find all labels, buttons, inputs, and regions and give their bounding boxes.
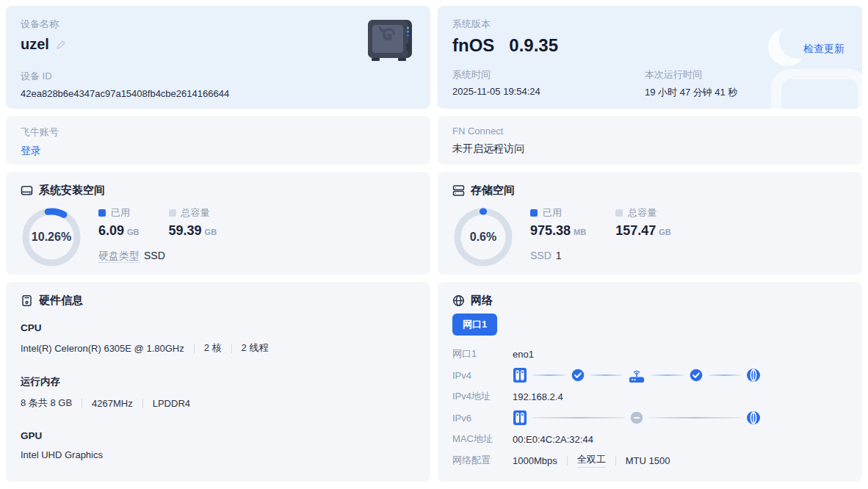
login-link[interactable]: 登录 — [21, 145, 41, 158]
total-label: 总容量 — [181, 206, 210, 220]
used-label: 已用 — [111, 206, 130, 220]
link-line — [648, 417, 741, 419]
device-card: 设备名称 uzel 设备 ID 42ea828b6e4347ac97a15408… — [6, 6, 430, 109]
hard-drive-icon — [21, 184, 33, 197]
memory-type: LPDDR4 — [153, 398, 190, 409]
used-legend: 已用 6.09GB — [98, 206, 140, 239]
ipv4-address-label: IPv4地址 — [452, 390, 513, 403]
system-space-donut: 10.26% — [21, 206, 82, 268]
fn-connect-status: 未开启远程访问 — [452, 142, 847, 156]
os-name: fnOS — [452, 35, 494, 56]
disk-type-label: 硬盘类型 — [98, 250, 140, 263]
edit-icon[interactable] — [56, 40, 66, 50]
device-id-label: 设备 ID — [21, 70, 416, 83]
storage-space-card: 存储空间 0.6% 已用 975.38MB 总容量 157.4 — [438, 172, 862, 275]
used-unit: MB — [574, 228, 586, 236]
total-legend: 总容量 59.39GB — [169, 206, 217, 239]
nas-device-icon — [366, 19, 414, 62]
memory-label: 运行内存 — [21, 375, 416, 388]
cpu-cores: 2 核 — [204, 341, 222, 355]
cpu-model: Intel(R) Celeron(R) 6305E @ 1.80GHz — [21, 343, 184, 354]
storage-space-donut: 0.6% — [452, 206, 514, 268]
used-value: 6.09 — [98, 223, 124, 238]
cpu-label: CPU — [21, 322, 416, 333]
mac-address-label: MAC地址 — [452, 432, 513, 446]
internet-globe-icon — [746, 368, 761, 383]
uptime-label: 本次运行时间 — [645, 68, 737, 82]
pc-case-icon — [21, 294, 33, 307]
memory-sticks: 8 条共 8 GB — [21, 396, 72, 410]
total-swatch — [615, 209, 623, 217]
link-line — [651, 374, 684, 376]
minus-circle-icon — [630, 411, 643, 424]
ipv4-label: IPv4 — [452, 370, 513, 381]
mtu: MTU 1500 — [626, 455, 670, 466]
fn-account-label: 飞牛账号 — [21, 126, 416, 139]
storage-space-title: 存储空间 — [471, 184, 515, 198]
router-icon — [628, 368, 645, 383]
port-value: eno1 — [513, 349, 534, 360]
system-time: 2025-11-05 19:54:24 — [452, 86, 645, 97]
mac-address: 00:E0:4C:2A:32:44 — [513, 434, 593, 445]
disk-type-value: SSD — [144, 250, 165, 261]
divider — [82, 399, 82, 408]
uptime: 19 小时 47 分钟 41 秒 — [645, 86, 737, 99]
cpu-threads: 2 线程 — [242, 341, 269, 355]
fn-account-card: 飞牛账号 登录 — [6, 116, 430, 164]
fn-connect-card: FN Connect 未开启远程访问 — [438, 116, 862, 164]
link-line — [590, 374, 623, 376]
hardware-card: 硬件信息 CPU Intel(R) Celeron(R) 6305E @ 1.8… — [6, 282, 430, 482]
hardware-title: 硬件信息 — [39, 294, 83, 308]
divider — [615, 456, 616, 466]
used-swatch — [98, 209, 106, 217]
ipv6-label: IPv6 — [452, 413, 513, 424]
total-unit: GB — [659, 228, 671, 236]
used-legend: 已用 975.38MB — [530, 206, 586, 239]
tab-port1[interactable]: 网口1 — [452, 314, 497, 336]
ipv4-address: 192.168.2.4 — [513, 391, 563, 402]
device-name: uzel — [21, 36, 49, 53]
total-label: 总容量 — [628, 206, 657, 220]
ssd-label: SSD — [530, 250, 551, 261]
network-card: 网络 网口1 网口1 eno1 IPv4 — [438, 282, 862, 482]
system-space-percent: 10.26% — [21, 206, 82, 268]
device-name-label: 设备名称 — [21, 18, 416, 31]
check-update-link[interactable]: 检查更新 — [803, 43, 845, 56]
total-value: 157.47 — [615, 223, 656, 238]
used-label: 已用 — [543, 206, 562, 220]
network-config-label: 网络配置 — [452, 454, 513, 467]
ipv4-status-diagram — [513, 367, 761, 383]
os-version: 0.9.35 — [509, 35, 558, 56]
gpu-model: Intel UHD Graphics — [21, 449, 103, 460]
check-circle-icon — [690, 369, 703, 382]
globe-icon — [452, 294, 465, 307]
divider — [142, 399, 143, 408]
divider — [567, 456, 568, 466]
link-line — [708, 374, 742, 376]
ssd-count: 1 — [556, 250, 562, 261]
system-version-label: 系统版本 — [452, 18, 847, 31]
ipv6-status-diagram — [513, 410, 761, 426]
gpu-label: GPU — [21, 430, 416, 441]
network-title: 网络 — [471, 294, 493, 308]
memory-frequency: 4267MHz — [92, 398, 133, 409]
dashboard: 设备名称 uzel 设备 ID 42ea828b6e4347ac97a15408… — [0, 0, 868, 489]
system-time-label: 系统时间 — [452, 68, 645, 82]
fn-connect-label: FN Connect — [452, 126, 847, 137]
link-speed: 1000Mbps — [513, 455, 557, 466]
check-circle-icon — [571, 369, 585, 382]
total-legend: 总容量 157.47GB — [615, 206, 671, 239]
total-swatch — [169, 209, 176, 217]
system-space-title: 系统安装空间 — [39, 184, 105, 198]
nas-host-icon — [513, 410, 527, 426]
link-line — [532, 417, 625, 419]
device-id: 42ea828b6e4347ac97a15408fb4cbe2614166644 — [21, 88, 416, 99]
link-line — [532, 374, 566, 376]
used-value: 975.38 — [530, 223, 571, 238]
system-version-card: 系统版本 fnOS 0.9.35 检查更新 系统时间 2025-11-05 19… — [438, 6, 862, 109]
nas-host-icon — [513, 367, 527, 383]
total-value: 59.39 — [169, 223, 202, 238]
stacked-drives-icon — [452, 184, 465, 197]
total-unit: GB — [205, 228, 217, 236]
divider — [231, 344, 232, 353]
